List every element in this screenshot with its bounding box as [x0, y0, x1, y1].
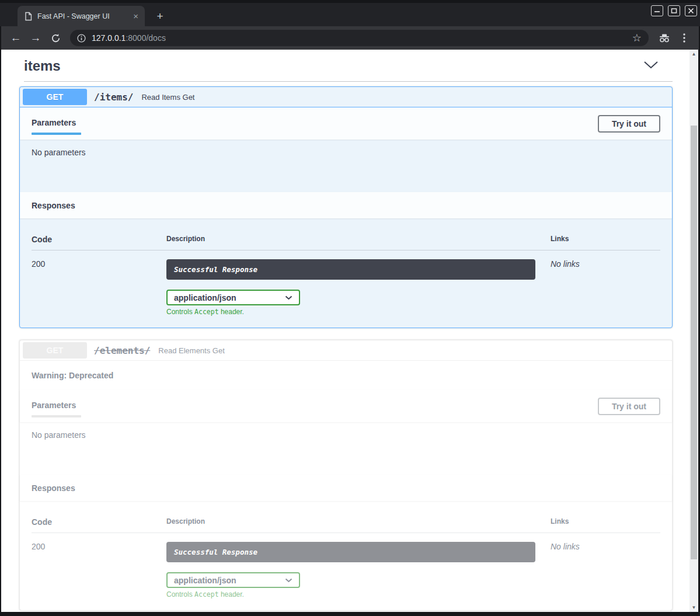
url-text: 127.0.0.1:8000/docs [92, 33, 631, 43]
browser-toolbar: ← → 127.0.0.1:8000/docs ☆ [1, 26, 699, 50]
column-header-code: Code [32, 235, 166, 244]
tag-section-header[interactable]: items [24, 54, 673, 82]
active-tab-underline [32, 133, 81, 135]
scrollbar-thumb[interactable] [691, 126, 697, 559]
response-row-200: 200 Successful Response application/json… [32, 533, 660, 598]
parameters-label: Parameters [32, 401, 81, 410]
incognito-icon [654, 29, 674, 47]
tab-close-icon[interactable]: × [131, 12, 140, 20]
page-content: items GET /items/ Read Items Get Paramet… [1, 50, 698, 612]
responses-table: Code Description Links 200 Successful Re… [20, 501, 672, 610]
operation-path: /items/ [94, 92, 133, 103]
no-parameters-text: No parameters [32, 430, 86, 440]
bookmark-star-icon[interactable]: ☆ [631, 33, 643, 43]
tab-parameters[interactable]: Parameters [32, 118, 81, 135]
method-badge[interactable]: GET [23, 342, 87, 359]
browser-titlebar: Fast API - Swagger UI × + [0, 0, 700, 26]
responses-table-header: Code Description Links [32, 235, 660, 250]
site-info-icon[interactable] [77, 34, 86, 43]
responses-header: Responses [20, 192, 672, 218]
operation-path: /elements/ [94, 345, 150, 356]
responses-table: Code Description Links 200 Successful Re… [20, 218, 672, 328]
swagger-ui: items GET /items/ Read Items Get Paramet… [1, 50, 689, 612]
browser-tab[interactable]: Fast API - Swagger UI × [18, 6, 145, 26]
back-icon[interactable]: ← [6, 29, 26, 47]
no-parameters-text: No parameters [32, 148, 86, 157]
parameters-label: Parameters [32, 118, 81, 127]
media-type-select[interactable]: application/json [166, 572, 300, 588]
opblock-get-items: GET /items/ Read Items Get Parameters Tr… [19, 86, 673, 328]
window-controls [651, 5, 697, 16]
response-links: No links [551, 542, 660, 598]
select-chevron-icon [285, 578, 292, 583]
address-bar[interactable]: 127.0.0.1:8000/docs ☆ [70, 30, 649, 46]
controls-accept-code: Accept [194, 590, 219, 598]
operation-summary[interactable]: GET /elements/ Read Elements Get [20, 340, 672, 361]
tag-title: items [24, 58, 61, 74]
select-chevron-icon [285, 295, 292, 300]
column-header-code: Code [32, 517, 166, 527]
response-description-box: Successful Response [166, 542, 535, 562]
parameters-body: No parameters [20, 140, 672, 192]
operation-summary[interactable]: GET /items/ Read Items Get [20, 87, 672, 107]
controls-accept-code: Accept [194, 308, 219, 316]
controls-suffix: header. [219, 590, 244, 598]
chevron-down-icon[interactable] [643, 61, 659, 71]
controls-accept-note: Controls Accept header. [166, 308, 551, 316]
parameters-body: No parameters [20, 422, 672, 475]
operation-summary-text: Read Items Get [141, 93, 194, 102]
url-host: 127.0.0.1 [92, 33, 126, 43]
scroll-down-icon[interactable]: ▼ [689, 605, 698, 610]
controls-suffix: header. [219, 308, 244, 316]
response-links: No links [551, 259, 660, 316]
controls-prefix: Controls [166, 590, 194, 598]
column-header-description: Description [166, 517, 551, 527]
response-description-box: Successful Response [166, 259, 535, 280]
page-scrollbar[interactable]: ▲ ▼ [689, 50, 698, 612]
deprecated-warning: Warning: Deprecated [20, 361, 672, 390]
column-header-links: Links [551, 517, 660, 527]
try-it-out-button[interactable]: Try it out [598, 115, 660, 133]
response-description-text: Successful Response [174, 548, 257, 556]
close-button[interactable] [685, 5, 697, 16]
response-description-cell: Successful Response application/json Con… [166, 259, 551, 316]
controls-accept-note: Controls Accept header. [166, 590, 551, 598]
controls-prefix: Controls [166, 308, 194, 316]
column-header-description: Description [166, 235, 551, 244]
responses-header: Responses [20, 475, 672, 501]
try-it-out-button[interactable]: Try it out [598, 398, 660, 415]
forward-icon[interactable]: → [26, 29, 46, 47]
page-icon [25, 12, 32, 21]
response-description-cell: Successful Response application/json Con… [166, 542, 551, 598]
method-badge[interactable]: GET [23, 89, 87, 105]
maximize-button[interactable] [668, 5, 680, 16]
opblock-get-elements-deprecated: GET /elements/ Read Elements Get Warning… [19, 340, 673, 611]
media-type-value: application/json [174, 293, 236, 302]
responses-label: Responses [32, 201, 75, 210]
scroll-up-icon[interactable]: ▲ [689, 51, 698, 57]
responses-table-header: Code Description Links [32, 517, 660, 533]
url-path: :8000/docs [126, 33, 166, 43]
tab-parameters[interactable]: Parameters [32, 401, 81, 417]
response-code: 200 [32, 259, 166, 316]
response-code: 200 [32, 542, 166, 598]
media-type-value: application/json [174, 576, 236, 585]
response-row-200: 200 Successful Response application/json… [32, 250, 660, 316]
parameters-header: Parameters Try it out [20, 107, 672, 140]
column-header-links: Links [551, 235, 660, 244]
responses-label: Responses [32, 483, 75, 493]
tab-title: Fast API - Swagger UI [37, 12, 131, 20]
media-type-select[interactable]: application/json [166, 290, 300, 305]
active-tab-underline [32, 415, 81, 417]
operation-summary-text: Read Elements Get [158, 346, 224, 355]
menu-kebab-icon[interactable] [674, 29, 694, 47]
reload-icon[interactable] [46, 29, 65, 47]
response-description-text: Successful Response [174, 265, 257, 274]
parameters-header: Parameters Try it out [20, 390, 672, 422]
new-tab-button[interactable]: + [153, 10, 167, 24]
minimize-button[interactable] [651, 5, 663, 16]
